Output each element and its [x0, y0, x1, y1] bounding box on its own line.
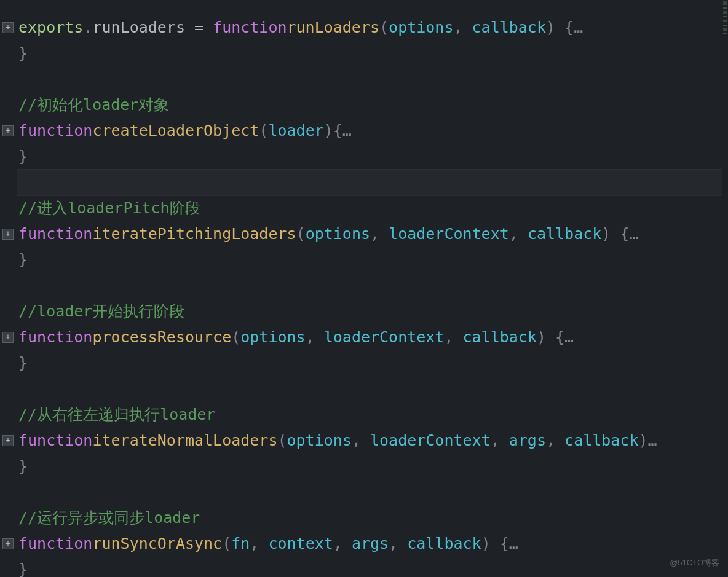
code-line[interactable]: function iteratePitchingLoaders(options,… — [18, 221, 721, 247]
code-editor: + + + + + + exports.runLoaders = functio… — [0, 0, 728, 577]
fold-toggle[interactable]: + — [2, 22, 14, 33]
code-line[interactable] — [18, 66, 721, 92]
code-line[interactable]: } — [18, 557, 721, 577]
code-line[interactable]: //从右往左递归执行loader — [18, 402, 721, 428]
code-line[interactable] — [18, 273, 721, 299]
fold-toggle[interactable]: + — [2, 125, 14, 136]
code-line[interactable] — [18, 376, 721, 402]
code-line[interactable] — [18, 479, 721, 505]
code-line[interactable]: } — [18, 247, 721, 273]
code-line[interactable]: //初始化loader对象 — [18, 92, 721, 118]
code-line[interactable]: //运行异步或同步loader — [18, 505, 721, 531]
code-line[interactable]: exports.runLoaders = function runLoaders… — [18, 15, 721, 41]
fold-toggle[interactable]: + — [2, 229, 14, 240]
code-line[interactable]: } — [18, 144, 721, 170]
minimap[interactable] — [722, 0, 728, 577]
code-line[interactable]: function iterateNormalLoaders(options, l… — [18, 428, 721, 453]
fold-toggle[interactable]: + — [2, 538, 14, 549]
watermark: @51CTO博客 — [670, 557, 719, 568]
fold-toggle[interactable]: + — [2, 435, 14, 446]
code-line[interactable]: function processResource(options, loader… — [18, 324, 721, 350]
code-line[interactable]: } — [18, 41, 721, 66]
code-line[interactable]: //进入loaderPitch阶段 — [18, 195, 721, 221]
code-line[interactable]: } — [18, 350, 721, 376]
code-area[interactable]: exports.runLoaders = function runLoaders… — [18, 0, 721, 577]
fold-toggle[interactable]: + — [2, 332, 14, 343]
code-line[interactable]: //loader开始执行阶段 — [18, 299, 721, 324]
code-line[interactable]: function runSyncOrAsync(fn, context, arg… — [18, 531, 721, 557]
fold-gutter: + + + + + + — [0, 0, 17, 577]
code-line[interactable]: function createLoaderObject(loader){… — [18, 118, 721, 144]
code-line[interactable]: } — [18, 453, 721, 479]
code-line[interactable] — [17, 170, 728, 195]
